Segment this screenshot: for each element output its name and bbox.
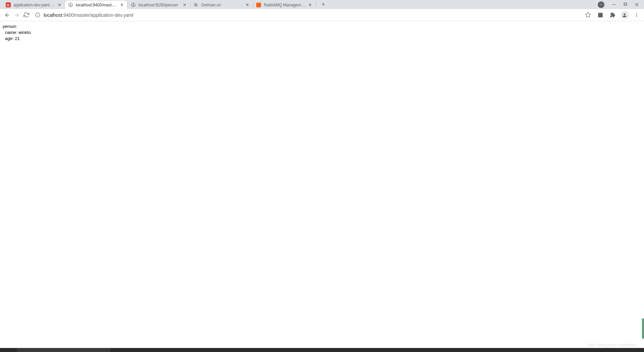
svg-marker-6: [586, 12, 591, 17]
svg-rect-2: [625, 3, 627, 5]
tab-4[interactable]: RabbitMQ Management ✕: [253, 1, 315, 9]
svg-point-8: [624, 13, 625, 15]
forward-button[interactable]: [12, 10, 21, 20]
close-window-button[interactable]: [632, 1, 641, 9]
google-icon: G: [193, 2, 199, 8]
titlebar: G application-dev.yaml · winkto ✕ localh…: [0, 0, 644, 9]
reload-button[interactable]: [21, 10, 31, 20]
taskbar-item[interactable]: [17, 348, 111, 352]
address-bar[interactable]: localhost:9400/master/application-dev.ya…: [34, 10, 593, 20]
menu-dots-icon[interactable]: [632, 10, 641, 20]
yaml-text: person: name: winkto age: 21: [3, 24, 641, 42]
tab-title: localhost:9400/master/applica: [76, 3, 118, 7]
rabbitmq-icon: [256, 2, 261, 8]
globe-icon: [130, 2, 136, 8]
svg-point-11: [636, 16, 637, 17]
tab-separator: [316, 2, 316, 7]
tab-title: Getman.cn: [201, 3, 243, 7]
back-button[interactable]: [3, 10, 12, 20]
taskbar[interactable]: [0, 348, 644, 352]
svg-rect-7: [598, 13, 603, 17]
close-icon[interactable]: ✕: [57, 2, 62, 8]
globe-icon: [68, 2, 73, 8]
toolbar: localhost:9400/master/application-dev.ya…: [0, 9, 644, 21]
svg-point-9: [636, 13, 637, 14]
page-content: person: name: winkto age: 21: [0, 21, 644, 348]
tab-title: localhost:9100/person: [139, 3, 180, 7]
close-icon[interactable]: ✕: [182, 2, 187, 8]
browser-window: G application-dev.yaml · winkto ✕ localh…: [0, 0, 644, 352]
tab-1[interactable]: localhost:9400/master/applica ✕: [65, 1, 127, 9]
tab-title: RabbitMQ Management: [264, 3, 306, 7]
toolbar-actions: [596, 10, 641, 20]
svg-point-10: [636, 14, 637, 15]
svg-rect-1: [624, 3, 626, 5]
side-widget[interactable]: [642, 318, 644, 339]
url-path: 9400/master/application-dev.yaml: [63, 12, 133, 18]
bookmark-star-icon[interactable]: [585, 12, 592, 18]
maximize-button[interactable]: [621, 1, 630, 9]
extension-icon[interactable]: [596, 10, 605, 20]
minimize-button[interactable]: [609, 1, 619, 9]
url-text: localhost:9400/master/application-dev.ya…: [44, 12, 582, 18]
tab-title: application-dev.yaml · winkto: [13, 3, 55, 7]
profile-avatar[interactable]: [620, 10, 629, 20]
svg-rect-0: [612, 4, 616, 5]
close-icon[interactable]: ✕: [119, 2, 124, 8]
tab-2[interactable]: localhost:9100/person ✕: [128, 1, 190, 9]
account-chip-icon[interactable]: [598, 1, 604, 8]
csdn-icon: G: [5, 2, 11, 8]
watermark-text: https://blog.csdn.net/winkto: [587, 343, 636, 347]
new-tab-button[interactable]: +: [319, 0, 328, 9]
close-icon[interactable]: ✕: [307, 2, 313, 8]
tab-3[interactable]: G Getman.cn ✕: [191, 1, 253, 9]
extensions-puzzle-icon[interactable]: [608, 10, 617, 20]
window-controls: [598, 0, 644, 9]
site-info-icon[interactable]: [35, 12, 40, 18]
url-host: localhost:: [44, 12, 63, 18]
tabs-container: G application-dev.yaml · winkto ✕ localh…: [3, 0, 598, 9]
close-icon[interactable]: ✕: [245, 2, 250, 8]
tab-0[interactable]: G application-dev.yaml · winkto ✕: [3, 1, 65, 9]
